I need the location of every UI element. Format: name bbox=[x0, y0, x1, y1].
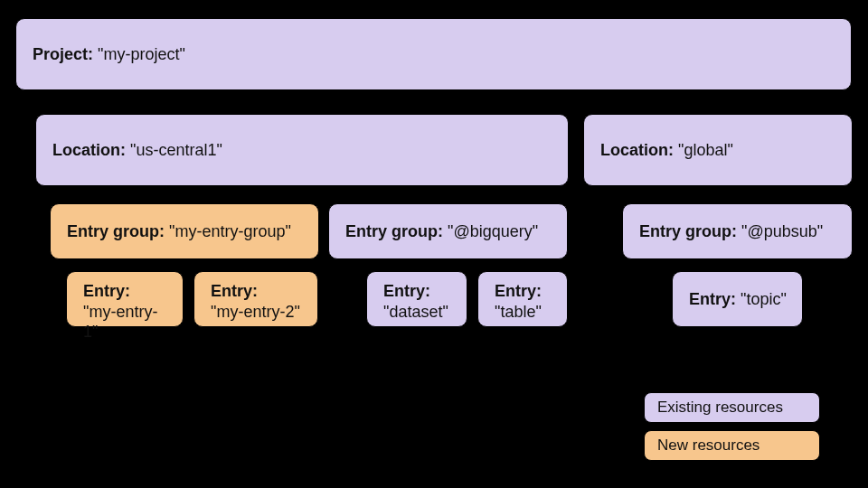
legend-new-label: New resources bbox=[657, 436, 760, 455]
entry-key-3: Entry bbox=[495, 282, 536, 300]
entry-key-4: Entry bbox=[689, 290, 731, 308]
entry-group-pubsub: Entry group: "@pubsub" bbox=[622, 203, 853, 259]
entry-group-my-entry-group: Entry group: "my-entry-group" bbox=[50, 203, 319, 259]
entry-content-2: Entry: "dataset" bbox=[383, 281, 450, 322]
entry-group-key-2: Entry group bbox=[639, 222, 731, 240]
entry-key-1: Entry bbox=[211, 282, 252, 300]
entry-value-0: "my-entry-1" bbox=[83, 302, 166, 343]
legend-existing: Existing resources bbox=[644, 392, 820, 423]
entry-value-3: "table" bbox=[495, 302, 551, 323]
entry-value-1: "my-entry-2" bbox=[211, 302, 301, 323]
location-key-1: Location bbox=[600, 141, 668, 159]
legend-new: New resources bbox=[644, 430, 820, 461]
entry-group-value-0: "my-entry-group" bbox=[169, 222, 291, 240]
location-key-0: Location bbox=[52, 141, 120, 159]
entry-group-label-1: Entry group: "@bigquery" bbox=[345, 222, 538, 241]
entry-group-bigquery: Entry group: "@bigquery" bbox=[328, 203, 568, 259]
entry-table: Entry: "table" bbox=[477, 271, 568, 327]
entry-content-1: Entry: "my-entry-2" bbox=[211, 281, 301, 322]
location-box-us-central1: Location: "us-central1" bbox=[35, 114, 569, 186]
legend-existing-label: Existing resources bbox=[657, 399, 783, 417]
entry-group-label-2: Entry group: "@pubsub" bbox=[639, 222, 823, 241]
entry-group-key-0: Entry group bbox=[67, 222, 159, 240]
entry-my-entry-2: Entry: "my-entry-2" bbox=[193, 271, 318, 327]
entry-group-value-2: "@pubsub" bbox=[741, 222, 823, 240]
location-value-1: "global" bbox=[678, 141, 733, 159]
entry-dataset: Entry: "dataset" bbox=[366, 271, 467, 327]
entry-group-value-1: "@bigquery" bbox=[448, 222, 538, 240]
entry-topic: Entry: "topic" bbox=[672, 271, 803, 327]
entry-my-entry-1: Entry: "my-entry-1" bbox=[66, 271, 184, 327]
entry-content-4: Entry: "topic" bbox=[689, 290, 787, 309]
project-key: Project bbox=[33, 45, 88, 63]
entry-value-4: "topic" bbox=[741, 290, 787, 308]
location-value-0: "us-central1" bbox=[130, 141, 222, 159]
project-box: Project: "my-project" bbox=[15, 18, 852, 90]
location-box-global: Location: "global" bbox=[583, 114, 853, 186]
entry-key-0: Entry bbox=[83, 282, 125, 300]
entry-key-2: Entry bbox=[383, 282, 425, 300]
entry-group-key-1: Entry group bbox=[345, 222, 438, 240]
entry-content-3: Entry: "table" bbox=[495, 281, 551, 322]
entry-group-label-0: Entry group: "my-entry-group" bbox=[67, 222, 291, 241]
location-label-1: Location: "global" bbox=[600, 141, 733, 160]
project-label: Project: "my-project" bbox=[33, 45, 185, 64]
entry-content-0: Entry: "my-entry-1" bbox=[83, 281, 166, 343]
location-label: Location: "us-central1" bbox=[52, 141, 222, 160]
entry-value-2: "dataset" bbox=[383, 302, 450, 323]
project-value: "my-project" bbox=[98, 45, 185, 63]
